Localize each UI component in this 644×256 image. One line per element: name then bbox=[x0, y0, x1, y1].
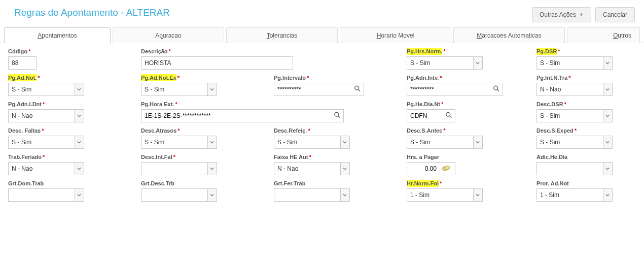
desc-s-antec-input[interactable] bbox=[407, 136, 473, 149]
pg-int-n-tra-dropdown[interactable] bbox=[603, 83, 613, 96]
cancelar-label: Cancelar bbox=[603, 11, 627, 18]
faixa-he-aut-label: Faixa HE Aut bbox=[274, 154, 407, 160]
pg-ad-not-input[interactable] bbox=[8, 83, 75, 96]
hr-norm-fol-input[interactable] bbox=[407, 188, 473, 202]
pg-hrs-norm-dropdown[interactable] bbox=[473, 56, 483, 70]
descricao-input[interactable] bbox=[141, 56, 293, 70]
desc-refeic-dropdown[interactable] bbox=[340, 136, 350, 149]
hrs-a-pagar-label: Hrs. a Pagar bbox=[407, 154, 536, 160]
svg-point-4 bbox=[335, 112, 339, 116]
desc-s-exped-dropdown[interactable] bbox=[603, 136, 613, 149]
page-title: Regras de Apontamento - ALTERAR bbox=[14, 7, 170, 18]
svg-line-3 bbox=[497, 89, 499, 91]
cancelar-button[interactable]: Cancelar bbox=[595, 7, 635, 22]
pg-dsr-label: Pg.DSR bbox=[536, 48, 636, 54]
pror-ad-not-label: Pror. Ad.Not bbox=[536, 180, 636, 186]
search-icon[interactable] bbox=[493, 85, 500, 94]
desc-dsr-label: Desc.DSR bbox=[536, 101, 636, 107]
pg-hora-ext-input[interactable] bbox=[141, 109, 344, 122]
desc-dsr-input[interactable] bbox=[536, 109, 603, 122]
descricao-label: Descrição bbox=[141, 48, 407, 54]
tab-outros[interactable]: Outros bbox=[567, 27, 640, 43]
desc-int-fal-label: Desc.Int.Fal bbox=[141, 154, 274, 160]
pg-ad-not-dropdown[interactable] bbox=[75, 83, 84, 96]
pg-ad-not-ex-label: Pg.Ad.Not.Ex bbox=[141, 75, 274, 81]
tab-bar: Apontamentos Apuracao Tolerancias Horari… bbox=[0, 27, 644, 43]
pg-dsr-dropdown[interactable] bbox=[603, 56, 613, 70]
trab-feriado-input[interactable] bbox=[8, 162, 75, 175]
chevron-down-icon: ▼ bbox=[579, 12, 584, 17]
desc-int-fal-dropdown[interactable] bbox=[207, 162, 217, 175]
desc-atrasos-label: Desc.Atrasos bbox=[141, 127, 274, 134]
pg-he-dia-nt-label: Pg.He.Dia.Nt bbox=[407, 101, 536, 107]
desc-faltas-label: Desc. Faltas bbox=[8, 127, 141, 134]
grt-dom-trab-dropdown[interactable] bbox=[75, 188, 84, 202]
svg-point-9 bbox=[444, 166, 450, 169]
desc-refeic-input[interactable] bbox=[274, 136, 340, 149]
pg-ad-not-label: Pg.Ad.Not. bbox=[8, 75, 141, 81]
pg-dsr-input[interactable] bbox=[536, 56, 603, 70]
adic-he-dia-input[interactable] bbox=[536, 162, 603, 175]
trab-feriado-label: Trab.Feriado bbox=[8, 154, 141, 160]
codigo-label: Código bbox=[8, 48, 141, 54]
tab-horario-movel[interactable]: Horario Movel bbox=[340, 27, 451, 43]
search-icon[interactable] bbox=[334, 112, 341, 120]
grt-fer-trab-input[interactable] bbox=[274, 188, 340, 202]
desc-atrasos-input[interactable] bbox=[141, 136, 207, 149]
hrs-a-pagar-input[interactable] bbox=[407, 163, 440, 175]
svg-point-0 bbox=[355, 86, 359, 90]
grt-desc-trb-label: Grt.Desc.Trb bbox=[141, 180, 274, 186]
pg-adn-i-dnt-dropdown[interactable] bbox=[75, 109, 84, 122]
pror-ad-not-dropdown[interactable] bbox=[603, 188, 613, 202]
faixa-he-aut-dropdown[interactable] bbox=[340, 162, 350, 175]
desc-int-fal-input[interactable] bbox=[141, 162, 207, 175]
grt-desc-trb-dropdown[interactable] bbox=[207, 188, 217, 202]
outras-acoes-button[interactable]: Outras Ações ▼ bbox=[532, 7, 591, 22]
grt-fer-trab-dropdown[interactable] bbox=[340, 188, 350, 202]
faixa-he-aut-input[interactable] bbox=[274, 162, 340, 175]
adic-he-dia-label: Adic.He.Dia bbox=[536, 154, 636, 160]
desc-faltas-dropdown[interactable] bbox=[75, 136, 84, 149]
grt-dom-trab-input[interactable] bbox=[8, 188, 75, 202]
pg-adn-intv-label: Pg.Adn.Intv. bbox=[407, 75, 536, 81]
grt-fer-trab-label: Grt.Fer.Trab bbox=[274, 180, 407, 186]
pg-hrs-norm-label: Pg.Hrs.Norm. bbox=[407, 48, 536, 54]
desc-s-exped-input[interactable] bbox=[536, 136, 603, 149]
pg-hora-ext-label: Pg.Hora Ext. bbox=[141, 101, 407, 107]
pg-hrs-norm-input[interactable] bbox=[407, 56, 473, 70]
tab-apuracao[interactable]: Apuracao bbox=[113, 27, 224, 43]
currency-icon bbox=[442, 165, 451, 173]
search-icon[interactable] bbox=[354, 85, 361, 94]
desc-s-antec-dropdown[interactable] bbox=[473, 136, 483, 149]
desc-dsr-dropdown[interactable] bbox=[603, 109, 613, 122]
desc-atrasos-dropdown[interactable] bbox=[207, 136, 217, 149]
svg-point-2 bbox=[494, 86, 498, 90]
pg-int-n-tra-label: Pg.Int.N.Tra bbox=[536, 75, 636, 81]
svg-line-7 bbox=[450, 116, 452, 118]
codigo-input[interactable] bbox=[8, 56, 37, 70]
hr-norm-fol-dropdown[interactable] bbox=[473, 188, 483, 202]
pg-int-n-tra-input[interactable] bbox=[536, 83, 603, 96]
tab-tolerancias[interactable]: Tolerancias bbox=[226, 27, 338, 43]
adic-he-dia-dropdown[interactable] bbox=[603, 162, 613, 175]
desc-s-antec-label: Desc.S.Antec bbox=[407, 127, 536, 134]
pg-ad-not-ex-input[interactable] bbox=[141, 83, 207, 96]
pror-ad-not-input[interactable] bbox=[536, 188, 603, 202]
pg-adn-i-dnt-input[interactable] bbox=[8, 109, 75, 122]
hr-norm-fol-label: Hr.Norm.Fol bbox=[407, 180, 536, 186]
grt-dom-trab-label: Grt.Dom.Trab bbox=[8, 180, 141, 186]
trab-feriado-dropdown[interactable] bbox=[75, 162, 84, 175]
desc-faltas-input[interactable] bbox=[8, 136, 75, 149]
grt-desc-trb-input[interactable] bbox=[141, 188, 207, 202]
desc-refeic-label: Desc.Refeiç. bbox=[274, 127, 407, 134]
tab-marcacoes-automaticas[interactable]: Marcacoes Automaticas bbox=[453, 27, 565, 43]
svg-line-1 bbox=[359, 89, 361, 91]
pg-adn-intv-input[interactable] bbox=[407, 83, 503, 96]
pg-ad-not-ex-dropdown[interactable] bbox=[207, 83, 217, 96]
outras-acoes-label: Outras Ações bbox=[540, 11, 576, 18]
desc-s-exped-label: Desc.S.Exped bbox=[536, 127, 636, 134]
search-icon[interactable] bbox=[445, 112, 452, 120]
svg-line-5 bbox=[338, 116, 340, 118]
pg-intervalo-input[interactable] bbox=[274, 83, 364, 96]
tab-apontamentos[interactable]: Apontamentos bbox=[4, 27, 111, 43]
